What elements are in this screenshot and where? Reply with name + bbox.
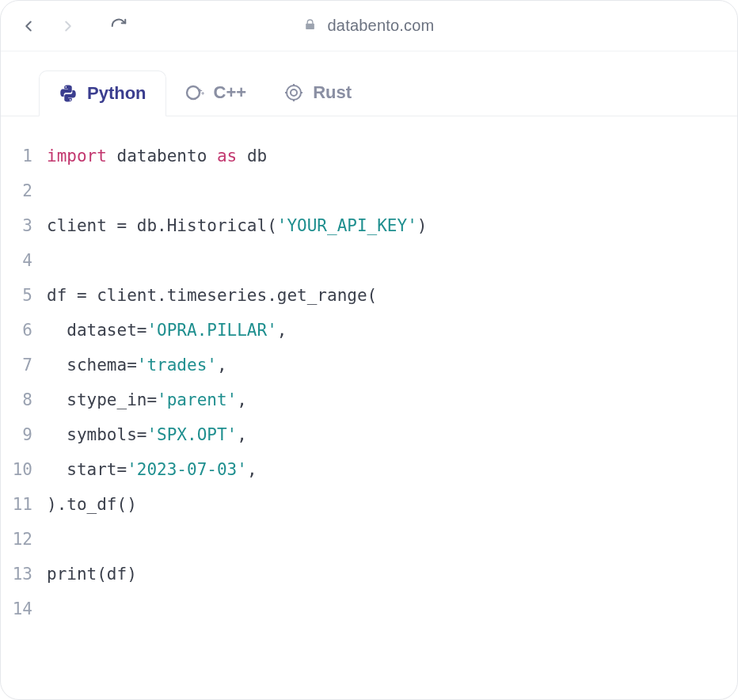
code-line: 3client = db.Historical('YOUR_API_KEY')	[1, 208, 737, 243]
line-content: client = db.Historical('YOUR_API_KEY')	[47, 208, 427, 243]
line-number: 14	[1, 592, 47, 626]
code-line: 6 dataset='OPRA.PILLAR',	[1, 313, 737, 348]
code-editor[interactable]: 1import databento as db23client = db.His…	[1, 116, 737, 699]
line-number: 7	[1, 348, 47, 382]
lock-icon	[304, 17, 317, 35]
python-icon	[59, 84, 78, 103]
line-content: import databento as db	[47, 139, 267, 173]
line-content: schema='trades',	[47, 348, 227, 382]
language-tabs: Python ++ C++ Rust	[1, 66, 737, 116]
line-number: 5	[1, 278, 47, 313]
line-content: stype_in='parent',	[47, 382, 247, 417]
url-text: databento.com	[328, 17, 435, 35]
line-number: 6	[1, 313, 47, 348]
code-line: 1import databento as db	[1, 139, 737, 173]
line-number: 8	[1, 382, 47, 417]
tab-label: Python	[87, 83, 146, 104]
line-number: 4	[1, 243, 47, 278]
forward-button[interactable]	[59, 17, 77, 35]
code-line: 8 stype_in='parent',	[1, 382, 737, 417]
line-number: 12	[1, 522, 47, 557]
code-line: 5df = client.timeseries.get_range(	[1, 278, 737, 313]
code-line: 10 start='2023-07-03',	[1, 452, 737, 487]
code-line: 12	[1, 522, 737, 557]
refresh-button[interactable]	[110, 17, 127, 35]
tab-label: Rust	[313, 82, 352, 103]
line-content: start='2023-07-03',	[47, 452, 257, 487]
browser-toolbar: databento.com	[1, 1, 737, 51]
tab-cpp[interactable]: ++ C++	[166, 70, 266, 116]
line-content: ).to_df()	[47, 487, 137, 522]
back-button[interactable]	[20, 17, 37, 35]
line-content: print(df)	[47, 557, 137, 592]
svg-point-3	[287, 86, 301, 100]
tab-rust[interactable]: Rust	[265, 70, 371, 116]
line-content: symbols='SPX.OPT',	[47, 417, 247, 452]
svg-text:+: +	[201, 90, 204, 97]
tab-python[interactable]: Python	[39, 70, 166, 116]
browser-window: databento.com Python ++ C++ Rust	[0, 0, 738, 700]
line-number: 13	[1, 557, 47, 592]
code-line: 13print(df)	[1, 557, 737, 592]
line-number: 9	[1, 417, 47, 452]
code-line: 7 schema='trades',	[1, 348, 737, 382]
line-content: dataset='OPRA.PILLAR',	[47, 313, 287, 348]
rust-icon	[284, 83, 303, 102]
cpp-icon: ++	[185, 83, 204, 102]
tab-label: C++	[214, 82, 247, 103]
line-number: 10	[1, 452, 47, 487]
line-number: 3	[1, 208, 47, 243]
code-line: 14	[1, 592, 737, 626]
code-line: 9 symbols='SPX.OPT',	[1, 417, 737, 452]
code-line: 2	[1, 173, 737, 208]
code-line: 4	[1, 243, 737, 278]
line-number: 2	[1, 173, 47, 208]
nav-controls	[20, 17, 127, 35]
code-line: 11).to_df()	[1, 487, 737, 522]
address-bar[interactable]: databento.com	[304, 17, 435, 35]
line-number: 1	[1, 139, 47, 173]
svg-point-4	[291, 89, 297, 96]
line-content: df = client.timeseries.get_range(	[47, 278, 377, 313]
line-number: 11	[1, 487, 47, 522]
